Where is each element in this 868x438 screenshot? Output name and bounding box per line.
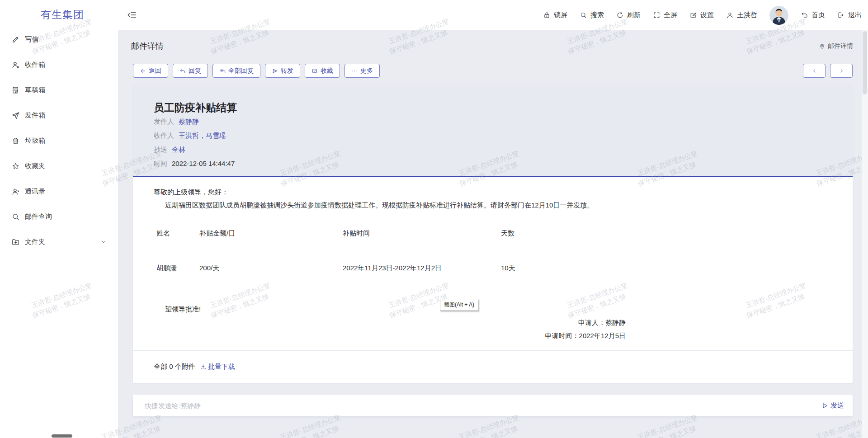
quick-send-input[interactable] — [133, 402, 821, 410]
home-button[interactable]: 首页 — [801, 11, 825, 19]
sidebar-fold-icon[interactable] — [127, 10, 137, 20]
fullscreen-label: 全屏 — [664, 11, 677, 19]
fullscreen-icon — [653, 11, 660, 19]
screenshot-tooltip: 截图(Alt + A) — [440, 299, 478, 311]
sidebar-item-mail-search[interactable]: 邮件查询 — [0, 204, 118, 229]
user-avatar[interactable] — [769, 6, 788, 25]
table-cell-period: 2022年11月23日-2022年12月2日 — [343, 264, 442, 272]
username-label: 王洪哲 — [737, 11, 757, 19]
lock-screen-button[interactable]: 锁屏 — [543, 11, 567, 19]
mail-meta: 发件人蔡静静 收件人王洪哲，马雪瑶 抄送全林 时间2022-12-05 14:4… — [154, 114, 832, 170]
sidebar-item-compose[interactable]: 写信 — [0, 27, 118, 52]
time-label: 时间 — [154, 160, 167, 167]
inbox-user-icon — [11, 61, 20, 69]
sidebar-item-drafts[interactable]: 草稿箱 — [0, 77, 118, 103]
from-value[interactable]: 蔡静静 — [179, 118, 199, 125]
forward-icon — [272, 68, 278, 74]
mail-closing: 望领导批准! — [165, 305, 201, 313]
draft-document-icon — [11, 86, 20, 94]
to-label: 收件人 — [154, 132, 174, 139]
sidebar-item-label: 垃圾箱 — [25, 137, 45, 145]
mail-subject: 员工防疫补贴结算 — [154, 101, 832, 114]
contacts-icon — [11, 187, 20, 196]
next-mail-button[interactable] — [830, 64, 853, 78]
forward-button[interactable]: 转发 — [265, 64, 300, 78]
edit-settings-icon — [689, 11, 697, 19]
topbar: 有生集团 锁屏 搜索 刷新 全屏 设置 — [0, 0, 868, 30]
forward-label: 转发 — [281, 67, 293, 75]
main-content: 邮件详情 邮件详情 返回 回复 全部回复 转发 — [118, 30, 862, 438]
breadcrumb: 邮件详情 — [819, 42, 853, 50]
table-cell-name: 胡鹏濠 — [156, 264, 177, 272]
current-user-button[interactable]: 王洪哲 — [726, 11, 757, 19]
sidebar-item-label: 草稿箱 — [25, 86, 45, 94]
page-title: 邮件详情 — [131, 41, 164, 52]
fullscreen-button[interactable]: 全屏 — [653, 11, 677, 19]
mail-toolbar: 返回 回复 全部回复 转发 收藏 更多 — [133, 64, 380, 78]
sidebar-item-label: 发件箱 — [25, 111, 45, 120]
attachments-row: 全部 0 个附件 批量下载 — [133, 350, 853, 383]
chevron-left-icon — [811, 68, 817, 74]
sidebar-item-sent[interactable]: 发件箱 — [0, 103, 118, 128]
mail-cc-row: 抄送全林 — [154, 142, 832, 156]
logout-icon — [837, 11, 845, 19]
applicant-value: 蔡静静 — [605, 319, 626, 326]
collect-button[interactable]: 收藏 — [305, 64, 340, 78]
search-button[interactable]: 搜索 — [580, 11, 604, 19]
table-header-name: 姓名 — [156, 229, 170, 237]
user-icon — [726, 11, 734, 19]
apply-time-value: 2022年12月5日 — [579, 332, 626, 339]
home-label: 首页 — [811, 11, 825, 19]
attachments-summary: 全部 0 个附件 — [154, 363, 195, 371]
more-button[interactable]: 更多 — [344, 64, 380, 78]
star-icon — [11, 162, 20, 170]
more-label: 更多 — [360, 67, 373, 75]
breadcrumb-label: 邮件详情 — [828, 42, 853, 50]
table-header-days: 天数 — [501, 229, 514, 237]
reply-label: 回复 — [189, 67, 201, 75]
reply-icon — [179, 68, 186, 74]
chevron-down-icon[interactable] — [100, 239, 107, 245]
sidebar-item-label: 文件夹 — [25, 238, 45, 246]
sidebar-item-inbox[interactable]: 收件箱 — [0, 52, 118, 77]
horizontal-scrollbar-thumb[interactable] — [52, 434, 72, 438]
to-value[interactable]: 王洪哲，马雪瑶 — [179, 132, 226, 139]
topbar-actions: 锁屏 搜索 刷新 全屏 设置 王洪哲 — [543, 0, 862, 30]
apply-time-row: 申请时间：2022年12月5日 — [133, 332, 626, 340]
sidebar-item-label: 邮件查询 — [25, 212, 52, 221]
reply-all-label: 全部回复 — [228, 67, 254, 75]
sidebar-item-folders[interactable]: 文件夹 — [0, 229, 118, 254]
reply-button[interactable]: 回复 — [173, 64, 208, 78]
settings-button[interactable]: 设置 — [689, 11, 714, 19]
sidebar: 写信 收件箱 草稿箱 发件箱 垃圾箱 收藏夹 — [0, 30, 118, 438]
mail-paragraph: 近期福田区数据团队成员胡鹏濠被抽调沙头街道参加疫情数据处理工作。现根据防疫补贴标… — [165, 201, 594, 209]
reply-all-button[interactable]: 全部回复 — [212, 64, 260, 78]
applicant-label: 申请人： — [578, 319, 605, 326]
sidebar-item-contacts[interactable]: 通讯录 — [0, 179, 118, 204]
mail-to-row: 收件人王洪哲，马雪瑶 — [154, 128, 832, 142]
vertical-scrollbar-thumb[interactable] — [863, 31, 867, 94]
logout-button[interactable]: 退出 — [837, 11, 862, 19]
prev-mail-button[interactable] — [803, 64, 826, 78]
mail-pager — [803, 64, 853, 78]
arrow-left-icon — [140, 68, 146, 74]
table-cell-amount: 200/天 — [199, 264, 219, 272]
back-label: 返回 — [149, 67, 161, 75]
pencil-icon — [11, 35, 20, 44]
apply-time-label: 申请时间： — [545, 332, 579, 339]
search-icon — [11, 212, 20, 221]
sidebar-item-trash[interactable]: 垃圾箱 — [0, 128, 118, 153]
send-button[interactable]: 发送 — [821, 401, 853, 410]
back-button[interactable]: 返回 — [133, 64, 168, 78]
cc-value[interactable]: 全林 — [172, 146, 185, 153]
logout-label: 退出 — [848, 11, 862, 19]
mail-time-row: 时间2022-12-05 14:44:47 — [154, 156, 832, 170]
sidebar-item-favorites[interactable]: 收藏夹 — [0, 153, 118, 179]
vertical-scrollbar[interactable] — [862, 30, 868, 438]
batch-download-link[interactable]: 批量下载 — [200, 363, 235, 371]
download-icon — [200, 363, 207, 370]
mail-card: 员工防疫补贴结算 发件人蔡静静 收件人王洪哲，马雪瑶 抄送全林 时间2022-1… — [133, 86, 853, 383]
mail-greeting: 尊敬的上级领导，您好： — [154, 188, 228, 196]
table-cell-days: 10天 — [501, 264, 515, 272]
refresh-button[interactable]: 刷新 — [616, 11, 641, 19]
